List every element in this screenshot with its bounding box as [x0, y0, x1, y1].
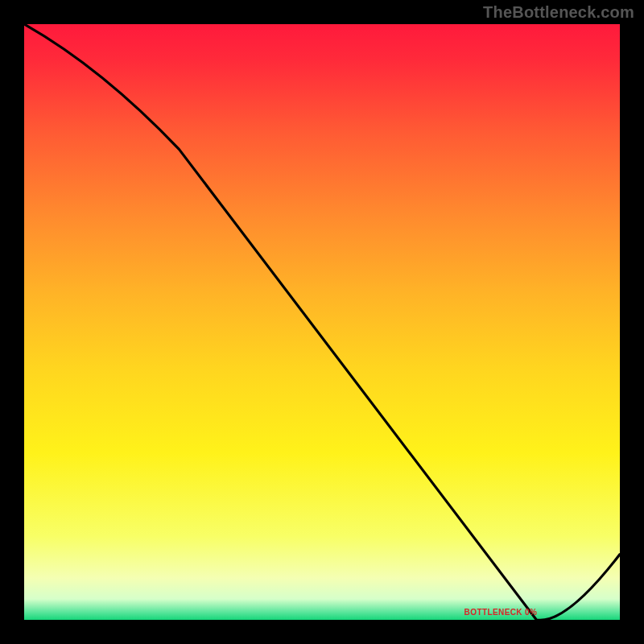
chart-svg: BOTTLENECK 0% — [24, 24, 620, 620]
plot-area: BOTTLENECK 0% — [24, 24, 620, 620]
chart-background — [24, 24, 620, 620]
watermark-text: TheBottleneck.com — [483, 3, 634, 22]
chart-stage: TheBottleneck.com BOTTLENECK 0% — [0, 0, 644, 644]
annotation-label: BOTTLENECK 0% — [464, 608, 538, 617]
